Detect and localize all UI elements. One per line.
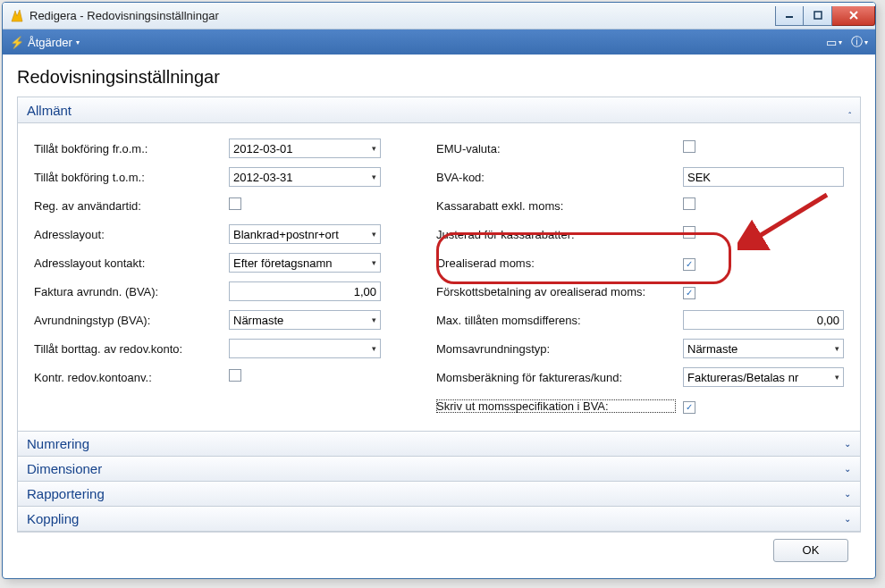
chevron-down-icon: ▾ — [372, 315, 376, 324]
emu-label: EMU-valuta: — [436, 142, 676, 155]
addr-layout-contact-select[interactable]: Efter företagsnamn▾ — [229, 253, 381, 273]
left-column: Tillåt bokföring fr.o.m.:2012-03-01▾ Til… — [34, 138, 400, 416]
chevron-down-icon: ▾ — [835, 373, 839, 382]
window: Redigera - Redovisningsinställningar ⚡ Å… — [2, 2, 876, 579]
reg-user-label: Reg. av användartid: — [34, 199, 222, 213]
addr-layout-label: Adresslayout: — [34, 228, 222, 241]
svg-marker-0 — [12, 10, 22, 21]
pane-stack: Allmänt ꞈ Tillåt bokföring fr.o.m.:2012-… — [17, 97, 861, 532]
cashdisc-label: Kassarabatt exkl. moms: — [436, 199, 676, 213]
addr-layout-contact-label: Adresslayout kontakt: — [34, 256, 222, 270]
maximize-button[interactable] — [804, 6, 832, 26]
annotation-highlight — [436, 232, 731, 284]
allow-from-field[interactable]: 2012-03-01▾ — [229, 139, 381, 158]
pane-label: Koppling — [27, 511, 79, 526]
cashdisc-checkbox[interactable] — [683, 197, 695, 210]
allow-to-label: Tillåt bokföring t.o.m.: — [34, 171, 222, 184]
maxdiff-label: Max. tillåten momsdifferens: — [436, 314, 676, 327]
chevron-down-icon: ⌄ — [844, 489, 851, 499]
kontr-checkbox[interactable] — [229, 369, 241, 382]
minimize-button[interactable] — [775, 6, 804, 26]
bva-input[interactable] — [683, 167, 844, 187]
svg-line-6 — [754, 195, 827, 239]
pane-header-dimensions[interactable]: Dimensioner⌄ — [18, 456, 860, 481]
prepay-label: Förskottsbetalning av orealiserad moms: — [436, 285, 676, 298]
actions-menu[interactable]: Åtgärder — [28, 36, 72, 49]
window-buttons — [775, 6, 875, 26]
inv-round-label: Faktura avrundn. (BVA): — [34, 285, 222, 298]
view-menu-icon[interactable]: ▭▾ — [826, 36, 842, 49]
allow-from-label: Tillåt bokföring fr.o.m.: — [34, 142, 222, 155]
chevron-down-icon: ⌄ — [844, 514, 851, 524]
window-title: Redigera - Redovisningsinställningar — [30, 9, 219, 22]
allow-del-label: Tillåt borttag. av redov.konto: — [34, 342, 222, 356]
maxdiff-input[interactable] — [683, 310, 844, 330]
pane-body-general: Tillåt bokföring fr.o.m.:2012-03-01▾ Til… — [18, 122, 860, 431]
inv-round-input[interactable] — [229, 281, 381, 301]
pane-header-coupling[interactable]: Koppling⌄ — [18, 506, 860, 531]
chevron-down-icon: ▾ — [372, 344, 376, 353]
addr-layout-select[interactable]: Blankrad+postnr+ort▾ — [229, 224, 381, 244]
print-checkbox[interactable]: ✓ — [683, 401, 695, 414]
annotation-arrow-icon — [738, 188, 836, 250]
pane-label: Numrering — [27, 436, 89, 451]
help-icon[interactable]: ⓘ▾ — [851, 34, 868, 50]
actions-icon: ⚡ — [10, 36, 24, 49]
chevron-down-icon: ▾ — [76, 38, 80, 46]
reg-user-checkbox[interactable] — [229, 197, 241, 210]
round-type-label: Avrundningstyp (BVA): — [34, 314, 222, 327]
vatcalc-label: Momsberäkning för faktureras/kund: — [436, 371, 676, 384]
vatround-label: Momsavrundningstyp: — [436, 342, 676, 356]
vatround-select[interactable]: Närmaste▾ — [683, 339, 844, 358]
prepay-checkbox[interactable]: ✓ — [683, 287, 695, 299]
titlebar: Redigera - Redovisningsinställningar — [3, 3, 875, 29]
chevron-down-icon: ⌄ — [844, 439, 851, 449]
chevron-down-icon: ▾ — [835, 344, 839, 353]
app-icon — [10, 9, 24, 23]
allow-del-select[interactable]: ▾ — [229, 339, 381, 358]
chevron-down-icon: ▾ — [372, 230, 376, 239]
pane-header-reporting[interactable]: Rapportering⌄ — [18, 481, 860, 506]
toolbar: ⚡ Åtgärder ▾ ▭▾ ⓘ▾ — [3, 29, 875, 55]
pane-label: Rapportering — [27, 486, 105, 501]
ok-button[interactable]: OK — [773, 539, 848, 562]
allow-to-field[interactable]: 2012-03-31▾ — [229, 167, 381, 187]
content: Redovisningsinställningar Allmänt ꞈ Till… — [3, 55, 875, 578]
vatcalc-select[interactable]: Faktureras/Betalas nr▾ — [683, 367, 844, 387]
pane-label: Allmänt — [27, 103, 72, 118]
pane-header-general[interactable]: Allmänt ꞈ — [18, 97, 860, 122]
round-type-select[interactable]: Närmaste▾ — [229, 310, 381, 330]
chevron-down-icon: ▾ — [372, 172, 376, 181]
chevron-down-icon: ▾ — [372, 258, 376, 267]
pane-header-numbering[interactable]: Numrering⌄ — [18, 431, 860, 456]
chevron-up-icon: ꞈ — [848, 105, 851, 115]
page-title: Redovisningsinställningar — [17, 67, 861, 88]
chevron-down-icon: ⌄ — [844, 464, 851, 474]
chevron-down-icon: ▾ — [372, 144, 376, 153]
footer: OK — [17, 532, 861, 567]
kontr-label: Kontr. redov.kontoanv.: — [34, 371, 222, 384]
close-button[interactable] — [832, 6, 875, 26]
emu-checkbox[interactable] — [683, 140, 695, 153]
svg-rect-2 — [814, 12, 822, 19]
print-label: Skriv ut momsspecifikation i BVA: — [436, 399, 676, 413]
pane-label: Dimensioner — [27, 461, 102, 476]
bva-label: BVA-kod: — [436, 171, 676, 184]
